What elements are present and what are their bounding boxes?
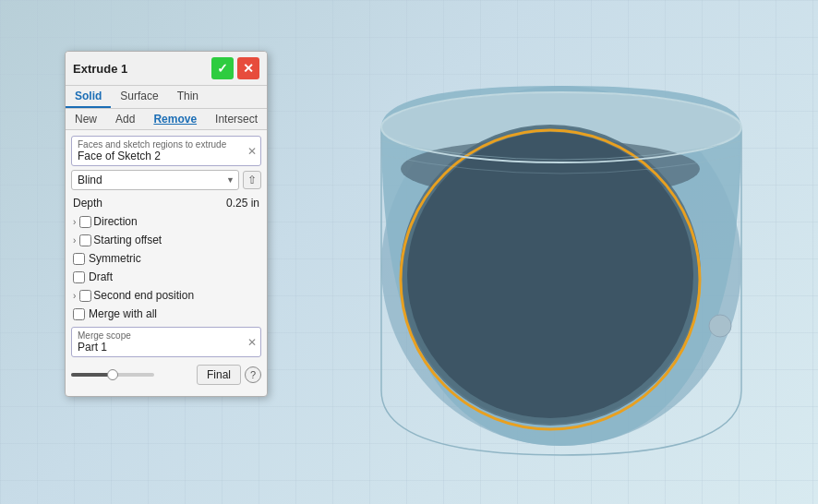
direction-expand-row[interactable]: › Direction — [66, 212, 267, 231]
direction-chevron: › — [73, 217, 76, 227]
merge-scope-area[interactable]: Merge scope Part 1 ✕ — [71, 327, 261, 357]
slider-track[interactable] — [71, 373, 154, 377]
depth-row: Depth 0.25 in — [66, 194, 267, 212]
3d-model-container — [268, 28, 818, 504]
starting-offset-checkbox[interactable] — [79, 234, 91, 246]
tab-solid[interactable]: Solid — [66, 86, 111, 108]
panel-title: Extrude 1 — [73, 62, 127, 76]
depth-label: Depth — [73, 197, 102, 210]
second-end-expand-row[interactable]: › Second end position — [66, 286, 267, 305]
extrude-type-select[interactable]: Blind — [71, 170, 239, 190]
face-input-label: Faces and sketch regions to extrude — [78, 139, 255, 150]
starting-offset-label: Starting offset — [93, 234, 162, 246]
second-end-chevron: › — [73, 291, 76, 301]
extrude-type-select-wrapper[interactable]: Blind — [71, 170, 239, 190]
face-input-area[interactable]: Faces and sketch regions to extrude Face… — [71, 136, 261, 166]
symmetric-label: Symmetric — [89, 252, 141, 265]
tab-thin[interactable]: Thin — [168, 86, 208, 108]
panel-header: Extrude 1 ✓ ✕ — [66, 52, 267, 86]
symmetric-checkbox[interactable] — [73, 253, 85, 265]
tab-remove[interactable]: Remove — [144, 109, 206, 129]
second-end-checkbox[interactable] — [79, 290, 91, 302]
tab-add[interactable]: Add — [106, 109, 144, 129]
face-input-clear[interactable]: ✕ — [247, 145, 257, 158]
starting-offset-chevron: › — [73, 235, 76, 246]
help-button[interactable]: ? — [245, 366, 261, 383]
starting-offset-expand-row[interactable]: › Starting offset — [66, 231, 267, 249]
merge-scope-clear[interactable]: ✕ — [247, 336, 257, 349]
symmetric-row[interactable]: Symmetric — [66, 249, 267, 268]
flip-icon: ⇧ — [247, 174, 257, 186]
3d-model-svg — [303, 40, 783, 492]
tab-intersect[interactable]: Intersect — [206, 109, 267, 129]
confirm-button[interactable]: ✓ — [211, 57, 234, 79]
svg-point-8 — [709, 315, 731, 337]
merge-with-all-label: Merge with all — [89, 307, 157, 320]
direction-label: Direction — [93, 215, 137, 228]
type-tabs: Solid Surface Thin — [66, 86, 267, 109]
tab-new[interactable]: New — [66, 109, 106, 129]
cancel-button[interactable]: ✕ — [237, 57, 259, 79]
slider-container — [71, 373, 189, 377]
merge-scope-label: Merge scope — [78, 330, 255, 341]
extrude-panel: Extrude 1 ✓ ✕ Solid Surface Thin New Add… — [65, 51, 268, 397]
svg-point-6 — [407, 132, 693, 418]
depth-value[interactable]: 0.25 in — [226, 197, 259, 210]
face-input-value: Face of Sketch 2 — [78, 150, 255, 162]
final-button[interactable]: Final — [197, 365, 241, 385]
panel-header-buttons: ✓ ✕ — [211, 57, 259, 79]
draft-checkbox[interactable] — [73, 271, 85, 283]
draft-row[interactable]: Draft — [66, 268, 267, 286]
bottom-bar: Final ? — [66, 361, 267, 389]
second-end-label: Second end position — [93, 289, 194, 302]
draft-label: Draft — [89, 270, 113, 283]
slider-thumb[interactable] — [107, 369, 118, 380]
merge-with-all-checkbox[interactable] — [73, 308, 85, 320]
merge-with-all-row[interactable]: Merge with all — [66, 305, 267, 323]
tab-surface[interactable]: Surface — [111, 86, 167, 108]
extrude-type-row: Blind ⇧ — [71, 170, 261, 190]
direction-checkbox[interactable] — [79, 216, 91, 228]
operation-tabs: New Add Remove Intersect — [66, 109, 267, 130]
merge-scope-value: Part 1 — [78, 341, 255, 354]
flip-direction-button[interactable]: ⇧ — [243, 171, 261, 189]
